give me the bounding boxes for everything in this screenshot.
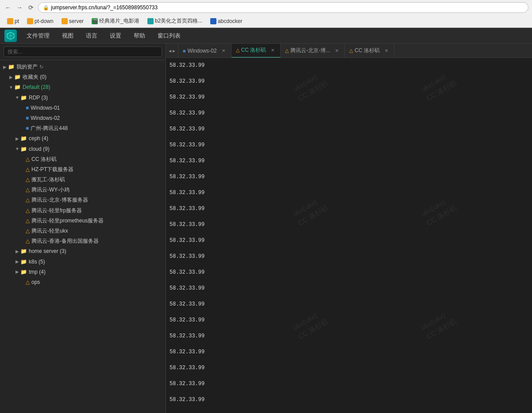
arrow-rdp: ▼ (14, 94, 20, 101)
bookmark-icon-b2 (147, 18, 154, 24)
folder-icon-cloud: 📁 (20, 145, 27, 153)
tree-node-home-server[interactable]: ▶ 📁 home server (3) (0, 246, 166, 256)
tree-node-default[interactable]: ▼ 📁 Default (28) (0, 82, 166, 92)
label-tmp: tmp (4) (29, 268, 46, 276)
menu-view[interactable]: 视图 (57, 30, 79, 42)
forward-button[interactable]: → (15, 3, 24, 12)
label-tx-frp: 腾讯云-轻里frp服务器 (31, 206, 82, 215)
tree-node-ban-luoshan[interactable]: △ 搬瓦工-洛杉矶 (0, 175, 166, 185)
browser-chrome: ← → ⟳ 🔒 jumpserver.frps.cn/luna/?_=16508… (0, 0, 532, 28)
menu-window-list[interactable]: 窗口列表 (152, 30, 186, 42)
menu-settings[interactable]: 设置 (104, 30, 127, 42)
tab-close-cc-luoshan-2[interactable]: ✕ (383, 48, 389, 54)
tree-node-tx-prometheus[interactable]: △ 腾讯云-轻里prometheus服务器 (0, 216, 166, 226)
tree-node-windows-02[interactable]: ■ Windows-02 (0, 113, 166, 123)
bookmark-server[interactable]: server (58, 17, 87, 25)
tree-node-my-assets[interactable]: ▶ 📁 我的资产 ↻ (0, 62, 166, 72)
linux-icon-tx-frp: △ (26, 206, 30, 215)
tree-node-ceph[interactable]: ▶ 📁 ceph (4) (0, 134, 166, 144)
address-bar[interactable]: 🔒 jumpserver.frps.cn/luna/?_=16508989550… (38, 2, 528, 13)
label-k8s: k8s (5) (29, 258, 45, 266)
tree-node-tx-wy[interactable]: △ 腾讯云-WY-小鸡 (0, 185, 166, 195)
windows-icon-guangzhou: ■ (26, 124, 29, 133)
label-favorites: 收藏夹 (0) (23, 73, 46, 81)
menu-help[interactable]: 帮助 (128, 30, 150, 42)
tab-tx-bj[interactable]: △ 腾讯云-北京-博... ✕ (281, 44, 345, 58)
tree-node-guangzhou[interactable]: ■ 广州-腾讯云448 (0, 123, 166, 134)
label-cloud: cloud (9) (29, 145, 50, 153)
bookmark-icon-pt-down (27, 18, 33, 24)
arrow-home-server: ▶ (14, 248, 20, 255)
tab-label-tx-bj: 腾讯云-北京-博... (290, 47, 330, 54)
main-area: ▶ 📁 我的资产 ↻ ▶ 📁 收藏夹 (0) ▼ 📁 Default (28) (0, 44, 532, 413)
linux-icon-tx-ukx: △ (26, 227, 30, 235)
tree-node-cc-luoshan[interactable]: △ CC 洛杉矶 (0, 154, 166, 164)
tab-icon-windows-02: ■ (183, 48, 186, 54)
tab-close-windows-02[interactable]: ✕ (220, 48, 227, 54)
tree-node-tx-ukx[interactable]: △ 腾讯云-轻里ukx (0, 226, 166, 236)
label-tx-ukx: 腾讯云-轻里ukx (31, 227, 68, 235)
terminal-lines: 58.32.33.9958.32.33.9958.32.33.9958.32.3… (170, 61, 528, 413)
tab-close-tx-bj[interactable]: ✕ (334, 48, 340, 54)
tab-icon-cc-luoshan-2: △ (349, 48, 353, 54)
tab-label-cc-luoshan-2: CC 洛杉矶 (355, 47, 380, 54)
tab-icon-tx-bj: △ (285, 48, 289, 54)
tree-node-rdp[interactable]: ▼ 📁 RDP (3) (0, 93, 166, 103)
label-guangzhou: 广州-腾讯云448 (31, 124, 68, 133)
tab-label-windows-02: Windows-02 (188, 48, 217, 54)
terminal[interactable]: ukx(ukx)CC 洛杉矶ukx(ukx)CC 洛杉矶ukx(ukx)CC 洛… (166, 58, 532, 413)
bookmark-label-classic: 经典港片_电影港 (99, 17, 139, 25)
bookmark-label-pt-down: pt-down (35, 18, 54, 24)
tab-nav-left[interactable]: ◂ ▸ (166, 44, 178, 58)
folder-icon-home-server: 📁 (20, 247, 27, 256)
label-tx-bj: 腾讯云-北京-博客服务器 (31, 196, 88, 204)
tree-node-windows-01[interactable]: ■ Windows-01 (0, 103, 166, 113)
refresh-button[interactable]: ⟳ (27, 3, 35, 12)
label-windows-02: Windows-02 (31, 114, 60, 122)
app-container: 文件管理 视图 语言 设置 帮助 窗口列表 ▶ 📁 我的资产 ↻ (0, 28, 532, 413)
tab-close-cc-luoshan-1[interactable]: ✕ (270, 47, 276, 53)
tree-node-favorites[interactable]: ▶ 📁 收藏夹 (0) (0, 72, 166, 82)
bookmark-b2[interactable]: b2美化之首页四格... (144, 16, 206, 26)
tree-node-k8s[interactable]: ▶ 📁 k8s (5) (0, 257, 166, 267)
tree-node-cloud[interactable]: ▼ 📁 cloud (9) (0, 144, 166, 154)
linux-icon-ops: △ (26, 278, 30, 287)
arrow-tmp: ▶ (14, 268, 20, 275)
label-hz-pt: HZ-PT下载服务器 (31, 165, 73, 174)
tree-node-ops[interactable]: △ ops (0, 277, 166, 287)
tab-windows-02[interactable]: ■ Windows-02 ✕ (178, 44, 231, 58)
tree-node-tx-frp[interactable]: △ 腾讯云-轻里frp服务器 (0, 206, 166, 216)
bookmark-abcdocker[interactable]: abcdocker (207, 17, 246, 25)
tree-node-hz-pt[interactable]: △ HZ-PT下载服务器 (0, 164, 166, 175)
app-logo (4, 30, 17, 42)
bookmark-label-server: server (69, 18, 84, 24)
folder-icon-my-assets: 📁 (8, 63, 15, 71)
arrow-ceph: ▶ (14, 135, 20, 142)
menu-file-mgmt[interactable]: 文件管理 (21, 30, 55, 42)
linux-icon-tx-prometheus: △ (26, 217, 30, 225)
search-bar (0, 44, 166, 60)
menu-language[interactable]: 语言 (81, 30, 103, 42)
tree-node-tx-bj[interactable]: △ 腾讯云-北京-博客服务器 (0, 195, 166, 205)
tab-cc-luoshan-1[interactable]: △ CC 洛杉矶 ✕ (231, 44, 281, 58)
bookmark-classic-films[interactable]: 🎬 经典港片_电影港 (88, 16, 143, 26)
tree-node-tx-hk[interactable]: △ 腾讯云-香港-备用出国服务器 (0, 236, 166, 246)
folder-icon-rdp: 📁 (20, 94, 27, 102)
search-input[interactable] (4, 46, 162, 57)
label-tx-prometheus: 腾讯云-轻里prometheus服务器 (31, 217, 104, 225)
bookmark-pt[interactable]: pt (4, 17, 23, 25)
tabs-bar: ◂ ▸ ■ Windows-02 ✕ △ CC 洛杉矶 ✕ △ 腾讯云-北 (166, 44, 532, 58)
bookmark-icon-abcdocker (210, 18, 216, 24)
label-cc-luoshan: CC 洛杉矶 (31, 155, 57, 164)
back-button[interactable]: ← (4, 3, 12, 12)
folder-icon-tmp: 📁 (20, 268, 27, 276)
tree-node-tmp[interactable]: ▶ 📁 tmp (4) (0, 267, 166, 277)
linux-icon-ban: △ (26, 176, 30, 184)
label-tx-hk: 腾讯云-香港-备用出国服务器 (31, 237, 99, 245)
bookmark-pt-down[interactable]: pt-down (23, 17, 57, 25)
tab-cc-luoshan-2[interactable]: △ CC 洛杉矶 ✕ (345, 44, 394, 58)
linux-icon-tx-hk: △ (26, 237, 30, 245)
folder-icon-k8s: 📁 (20, 258, 27, 266)
windows-icon-01: ■ (26, 104, 29, 112)
arrow-default: ▼ (8, 84, 14, 91)
